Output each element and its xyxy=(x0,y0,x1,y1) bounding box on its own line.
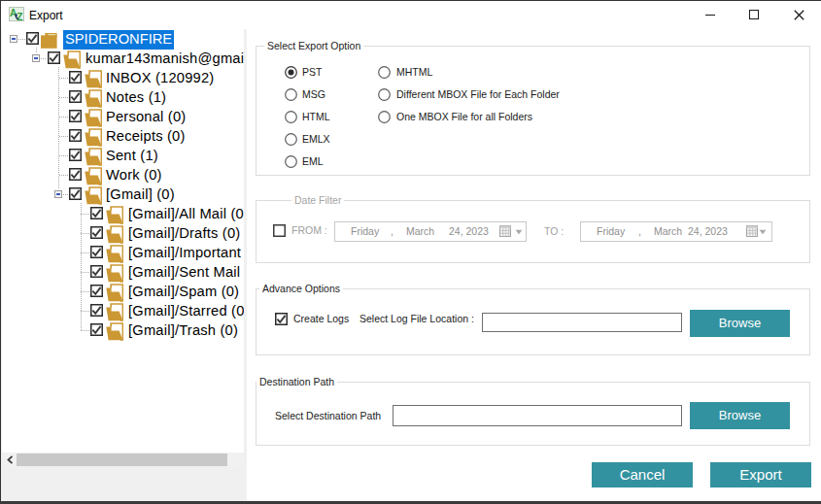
svg-text:Z: Z xyxy=(17,12,22,22)
